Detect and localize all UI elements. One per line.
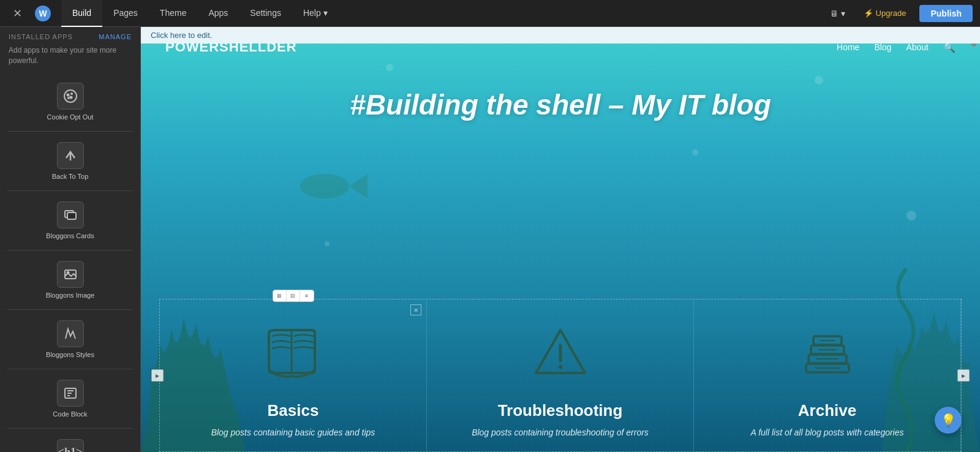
basics-title: Basics xyxy=(268,401,319,420)
card-close-button[interactable]: ✕ xyxy=(410,304,421,315)
nav-right: 🖥 ▾ ⚡ Upgrade Publish xyxy=(825,5,973,22)
nav-tabs: Build Pages Theme Apps Settings Help ▾ xyxy=(61,0,339,27)
edit-hint-text: Click here to edit. xyxy=(151,31,212,40)
publish-button[interactable]: Publish xyxy=(919,5,973,22)
archive-title: Archive xyxy=(798,401,856,420)
tab-settings[interactable]: Settings xyxy=(239,0,292,27)
divider-1 xyxy=(7,131,133,132)
back-to-top-label: Back To Top xyxy=(52,173,89,180)
basics-icon xyxy=(257,318,330,391)
tab-theme[interactable]: Theme xyxy=(149,0,198,27)
svg-point-6 xyxy=(68,97,69,99)
svg-text:W: W xyxy=(39,9,47,18)
tab-help[interactable]: Help ▾ xyxy=(292,0,339,27)
card-basics: ⊞ ⊟ ≡ ✕ xyxy=(160,299,427,451)
tab-build[interactable]: Build xyxy=(61,0,102,27)
h1-icon: <h1> xyxy=(57,439,84,452)
sidebar-item-code-block[interactable]: Code Block xyxy=(5,372,135,426)
divider-2 xyxy=(7,190,133,191)
manage-link[interactable]: Manage xyxy=(99,33,132,40)
code-icon xyxy=(57,380,84,407)
fab-icon: 💡 xyxy=(941,413,956,428)
site-hero-title: #Building the shell – My IT blog xyxy=(165,88,956,121)
sidebar-item-bloggons-styles[interactable]: Bloggons Styles xyxy=(5,312,135,366)
bloggons-cards-label: Bloggons Cards xyxy=(46,232,94,239)
content-grid: ► ⊞ ⊟ ≡ ✕ xyxy=(159,299,962,452)
canvas: Click here to edit. xyxy=(141,27,980,452)
site-nav-home[interactable]: Home xyxy=(837,42,859,52)
troubleshooting-title: Troubleshooting xyxy=(498,401,623,420)
arrow-up-icon xyxy=(57,142,84,169)
tab-pages[interactable]: Pages xyxy=(102,0,149,27)
logo: W xyxy=(32,2,54,24)
cookie-opt-out-label: Cookie Opt Out xyxy=(47,113,94,121)
card-archive: Archive A full list of all blog posts wi… xyxy=(694,299,961,451)
svg-point-3 xyxy=(67,94,69,96)
bloggons-styles-label: Bloggons Styles xyxy=(46,351,94,358)
svg-point-5 xyxy=(70,96,72,98)
svg-point-4 xyxy=(71,93,72,94)
main-layout: Installed Apps Manage Add apps to make y… xyxy=(0,27,980,452)
styles-icon xyxy=(57,320,84,347)
card-troubleshooting: Troubleshooting Blog posts containing tr… xyxy=(427,299,694,451)
code-block-label: Code Block xyxy=(53,410,87,418)
image-icon xyxy=(57,261,84,288)
cookie-icon xyxy=(57,83,84,110)
device-selector[interactable]: 🖥 ▾ xyxy=(825,6,850,21)
sidebar-description: Add apps to make your site more powerful… xyxy=(0,44,140,72)
site-nav-about[interactable]: About xyxy=(906,42,929,52)
cards-icon xyxy=(57,202,84,228)
svg-point-11 xyxy=(67,271,69,273)
tab-apps[interactable]: Apps xyxy=(197,0,239,27)
sidebar-item-bloggons-image[interactable]: Bloggons Image xyxy=(5,253,135,307)
svg-point-20 xyxy=(558,365,562,369)
bloggons-image-label: Bloggons Image xyxy=(46,292,95,299)
svg-rect-9 xyxy=(67,213,76,219)
website-preview: POWERSHELLDER Home Blog About 🔍 #Buildin… xyxy=(141,27,980,452)
sidebar-item-cookie-opt-out[interactable]: Cookie Opt Out xyxy=(5,75,135,129)
divider-4 xyxy=(7,309,133,310)
archive-desc: A full list of all blog posts with categ… xyxy=(750,426,903,439)
archive-icon xyxy=(791,318,864,391)
basics-desc: Blog posts containing basic guides and t… xyxy=(211,426,375,439)
fab-button[interactable]: 💡 xyxy=(935,407,962,434)
svg-marker-17 xyxy=(349,174,368,198)
divider-6 xyxy=(7,428,133,429)
top-navigation: ✕ W Build Pages Theme Apps Settings Help… xyxy=(0,0,980,27)
troubleshooting-desc: Blog posts containing troubleshooting of… xyxy=(472,426,649,439)
sidebar-item-h1-tag[interactable]: <h1> H1 Tag xyxy=(5,431,135,452)
card-toolbar: ⊞ ⊟ ≡ xyxy=(273,290,314,302)
sidebar-item-bloggons-cards[interactable]: Bloggons Cards xyxy=(5,194,135,247)
site-hero: #Building the shell – My IT blog xyxy=(141,88,980,121)
close-button[interactable]: ✕ xyxy=(7,4,27,23)
edit-hint-bar[interactable]: Click here to edit. xyxy=(141,27,980,43)
sidebar-item-back-to-top[interactable]: Back To Top xyxy=(5,134,135,188)
svg-point-16 xyxy=(300,174,349,198)
toolbar-btn-1[interactable]: ⊞ xyxy=(273,290,287,301)
divider-5 xyxy=(7,369,133,369)
divider-3 xyxy=(7,250,133,250)
upgrade-button[interactable]: ⚡ Upgrade xyxy=(858,6,912,20)
toolbar-btn-3[interactable]: ≡ xyxy=(300,290,314,301)
site-nav-blog[interactable]: Blog xyxy=(874,42,891,52)
sidebar: Installed Apps Manage Add apps to make y… xyxy=(0,27,141,452)
grid-expand-right[interactable]: ► xyxy=(957,369,970,382)
installed-apps-header: Installed Apps Manage xyxy=(0,27,140,44)
troubleshooting-icon xyxy=(524,318,597,391)
toolbar-btn-2[interactable]: ⊟ xyxy=(287,290,300,301)
